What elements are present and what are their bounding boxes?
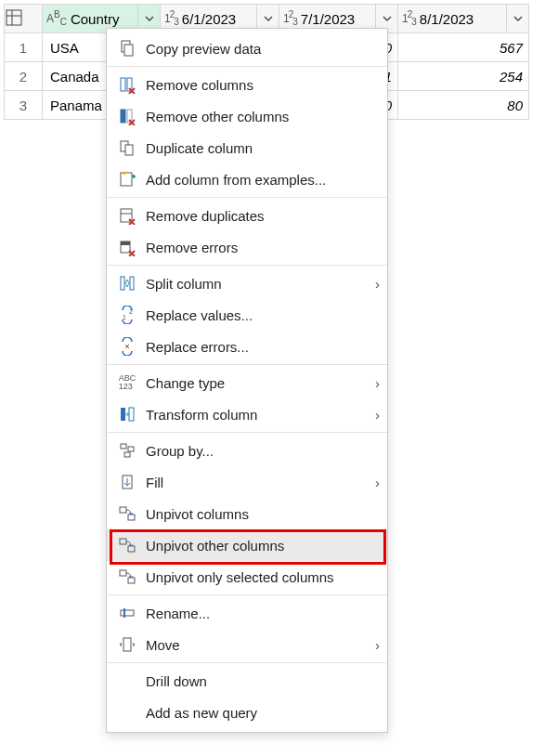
blank-icon <box>114 670 140 692</box>
menu-separator <box>107 265 387 266</box>
menu-separator <box>107 662 387 663</box>
menu-split-column[interactable]: Split column › <box>107 267 387 299</box>
svg-rect-22 <box>121 408 125 421</box>
menu-separator <box>107 197 387 198</box>
svg-rect-34 <box>121 610 134 616</box>
table-icon <box>5 14 23 30</box>
column-filter-dropdown[interactable] <box>506 5 528 32</box>
chevron-right-icon: › <box>365 375 380 391</box>
menu-separator <box>107 66 387 67</box>
menu-remove-duplicates[interactable]: Remove duplicates <box>107 200 387 231</box>
menu-replace-errors[interactable]: Replace errors... <box>107 331 387 362</box>
svg-rect-0 <box>6 10 21 25</box>
chevron-right-icon: › <box>365 407 380 423</box>
column-label: 7/1/2023 <box>301 11 355 27</box>
svg-rect-36 <box>123 638 131 651</box>
menu-remove-errors[interactable]: Remove errors <box>107 231 387 263</box>
menu-unpivot-other-columns[interactable]: Unpivot other columns <box>107 529 387 561</box>
remove-columns-icon <box>114 73 140 96</box>
svg-rect-23 <box>129 408 134 421</box>
column-context-menu: Copy preview data Remove columns Remove … <box>106 28 388 733</box>
svg-rect-10 <box>125 145 133 155</box>
menu-change-type[interactable]: ABC123 Change type › <box>107 367 387 398</box>
menu-move[interactable]: Move › <box>107 629 387 660</box>
menu-remove-columns[interactable]: Remove columns <box>107 69 387 100</box>
replace-errors-icon <box>114 335 140 358</box>
type-number-icon: 123 <box>283 9 297 27</box>
svg-rect-26 <box>124 452 130 457</box>
column-label: Country <box>71 11 120 27</box>
rename-icon <box>114 602 140 624</box>
unpivot-selected-icon <box>114 566 140 588</box>
menu-transform-column[interactable]: Transform column › <box>107 398 387 430</box>
menu-unpivot-columns[interactable]: Unpivot columns <box>107 498 387 529</box>
select-all-corner[interactable] <box>5 5 43 33</box>
svg-rect-11 <box>121 173 132 186</box>
svg-rect-33 <box>128 578 135 583</box>
add-column-examples-icon <box>114 168 140 190</box>
menu-separator <box>107 432 387 433</box>
svg-text:1: 1 <box>123 314 126 320</box>
cell-value[interactable]: 567 <box>398 33 529 62</box>
menu-separator <box>107 594 387 595</box>
menu-remove-other-columns[interactable]: Remove other columns <box>107 100 387 132</box>
menu-duplicate-column[interactable]: Duplicate column <box>107 132 387 163</box>
svg-rect-29 <box>128 515 135 520</box>
column-header-d3[interactable]: 123 8/1/2023 <box>398 5 529 33</box>
group-by-icon <box>114 439 140 462</box>
cell-value[interactable]: 80 <box>398 91 529 120</box>
type-number-icon: 123 <box>164 9 178 27</box>
svg-rect-31 <box>128 546 135 552</box>
remove-errors-icon <box>114 236 140 258</box>
transform-column-icon <box>114 403 140 425</box>
svg-rect-25 <box>128 447 134 451</box>
copy-icon <box>114 37 140 59</box>
svg-rect-4 <box>124 45 133 56</box>
fill-icon <box>114 471 140 493</box>
menu-drill-down[interactable]: Drill down <box>107 665 387 697</box>
menu-replace-values[interactable]: 12 Replace values... <box>107 299 387 331</box>
menu-fill[interactable]: Fill › <box>107 466 387 498</box>
duplicate-icon <box>114 137 140 159</box>
unpivot-icon <box>114 502 140 525</box>
menu-unpivot-selected-columns[interactable]: Unpivot only selected columns <box>107 561 387 593</box>
svg-rect-17 <box>121 241 130 245</box>
column-label: 6/1/2023 <box>182 11 236 27</box>
row-number: 3 <box>5 91 43 120</box>
svg-text:2: 2 <box>129 308 133 315</box>
menu-separator <box>107 364 387 365</box>
type-number-icon: 123 <box>402 9 416 27</box>
split-column-icon <box>114 272 140 294</box>
svg-rect-32 <box>120 570 126 576</box>
svg-rect-24 <box>121 444 126 449</box>
menu-rename[interactable]: Rename... <box>107 597 387 629</box>
row-number: 2 <box>5 62 43 91</box>
svg-rect-19 <box>130 277 134 290</box>
column-label: 8/1/2023 <box>420 11 474 27</box>
svg-rect-30 <box>120 539 126 544</box>
cell-value[interactable]: 254 <box>398 62 529 91</box>
move-icon <box>114 633 140 656</box>
svg-rect-7 <box>121 110 125 123</box>
svg-rect-28 <box>120 507 126 513</box>
change-type-icon: ABC123 <box>114 371 140 394</box>
unpivot-other-icon <box>114 534 140 556</box>
svg-rect-18 <box>121 277 124 290</box>
menu-add-column-examples[interactable]: Add column from examples... <box>107 163 387 195</box>
svg-rect-5 <box>121 78 125 91</box>
remove-other-columns-icon <box>114 105 140 127</box>
row-number: 1 <box>5 33 43 62</box>
replace-values-icon: 12 <box>114 304 140 326</box>
chevron-right-icon: › <box>365 475 380 490</box>
remove-duplicates-icon <box>114 204 140 227</box>
menu-add-as-new-query[interactable]: Add as new query <box>107 697 387 728</box>
blank-icon <box>114 701 140 723</box>
chevron-right-icon: › <box>365 276 380 292</box>
type-text-icon: ABC <box>46 9 67 27</box>
menu-group-by[interactable]: Group by... <box>107 435 387 466</box>
menu-copy-preview[interactable]: Copy preview data <box>107 33 387 64</box>
chevron-right-icon: › <box>365 637 380 653</box>
